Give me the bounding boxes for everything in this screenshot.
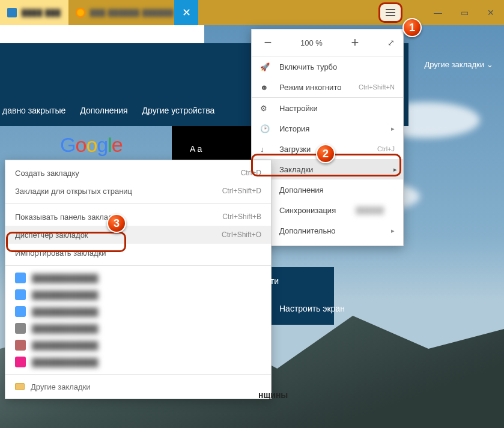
tab-favicon [7,8,17,17]
label: История [279,124,309,133]
text-fragment: ости [261,276,279,286]
menu-item-more[interactable]: ⋯ Дополнительно ▸ [252,220,403,241]
callout-badge-2: 2 [316,144,335,163]
clock-icon: 🕑 [260,124,273,133]
bookmark-favicon [15,357,26,367]
tab-close-button[interactable]: ✕ [174,0,198,25]
tab-title: ████ ███ [22,9,61,16]
bookmark-title: ████████████ [32,341,99,350]
label: Включить турбо [279,62,337,71]
close-icon: ✕ [182,6,191,19]
label: Другие закладки [31,382,91,391]
zoom-in-button[interactable]: + [347,35,363,50]
bookmark-title: ████████████ [32,291,99,300]
browser-tab[interactable]: ███ ██████ ██████ [68,0,181,25]
label: Импортировать закладки [15,249,106,258]
browser-tab[interactable]: ████ ███ [0,0,68,25]
bookmark-favicon [15,273,26,283]
chevron-right-icon: ▸ [391,227,395,235]
menu-button[interactable] [378,2,402,23]
nav-other-devices[interactable]: Другие устройства [142,106,215,115]
bookmark-item[interactable]: ████████████ [5,303,271,320]
menu-item-addons[interactable]: ▦ Дополнения [252,179,403,200]
address-bar[interactable] [0,25,204,43]
chevron-right-icon: ▸ [391,125,395,133]
bookmark-favicon [15,340,26,351]
shortcut: Ctrl+Shift+D [222,187,261,195]
shortcut: Ctrl+Shift+O [222,231,261,239]
label: Синхронизация [279,206,336,215]
folder-icon [15,383,25,390]
text-fragment: нщины [258,390,288,400]
submenu-item-import-bookmarks[interactable]: Импортировать закладки [5,244,271,262]
hamburger-icon [386,9,395,16]
bookmark-title: ████████████ [32,307,99,316]
chevron-down-icon: ⌄ [487,60,493,69]
menu-item-settings[interactable]: ⚙ Настройки [252,98,403,118]
label: Закладки [279,165,313,174]
menu-item-history[interactable]: 🕑 История ▸ [252,118,403,139]
submenu-item-other-bookmarks-folder[interactable]: Другие закладки [5,378,271,395]
submenu-item-bookmark-manager[interactable]: Диспетчер закладок Ctrl+Shift+O [5,226,271,244]
submenu-item-bookmark-open-pages[interactable]: Закладки для открытых страниц Ctrl+Shift… [5,182,271,200]
separator [5,265,271,266]
sliders-icon: ⚙ [260,104,273,113]
separator [5,203,271,204]
zoom-controls: − 100 % + ⤢ [252,29,403,56]
mask-icon: ☻ [260,83,273,92]
tab-favicon [76,8,85,17]
bookmark-item[interactable]: ████████████ [5,270,271,286]
label: Создать закладку [15,169,79,178]
close-window-button[interactable]: ✕ [478,0,504,25]
callout-badge-3: 3 [107,214,126,233]
submenu-item-create-bookmark[interactable]: Создать закладку Ctrl+D [5,164,271,182]
shortcut: Ctrl+Shift+N [359,83,395,91]
configure-screen-link[interactable]: Настроить экран [279,304,345,313]
zoom-out-button[interactable]: − [260,35,276,50]
minimize-button[interactable]: — [425,0,451,25]
label: Дополнения [279,185,324,194]
shortcut: Ctrl+D [241,169,261,177]
label: Настройки [279,104,318,113]
label: Закладки для открытых страниц [15,187,132,196]
separator [5,374,271,375]
label: Дополнительно [279,226,336,235]
tab-title: ███ ██████ ██████ [90,9,174,16]
maximize-button[interactable]: ▭ [451,0,478,25]
bookmark-item[interactable]: ████████████ [5,320,271,337]
rocket-icon: 🚀 [260,62,273,71]
bookmarks-list: ████████████████████████████████████████… [5,270,271,370]
submenu-item-show-panel[interactable]: Показывать панель закладок Ctrl+Shift+B [5,208,271,226]
menu-item-sync[interactable]: ⟳ Синхронизация ██████ [252,200,403,220]
bookmark-title: ████████████ [32,324,99,333]
label: Другие закладки [424,60,484,69]
main-menu: − 100 % + ⤢ 🚀 Включить турбо ☻ Режим инк… [251,29,404,246]
shortcut: Ctrl+J [377,145,395,152]
bookmark-favicon [15,323,26,334]
download-icon: ↓ [260,145,273,154]
other-bookmarks-dropdown[interactable]: Другие закладки ⌄ [424,60,493,69]
label: Загрузки [279,145,311,154]
fullscreen-button[interactable]: ⤢ [387,38,395,47]
bookmark-item[interactable]: ████████████ [5,286,271,303]
label: Показывать панель закладок [15,212,121,222]
bookmark-title: ████████████ [32,358,99,367]
zoom-value: 100 % [300,38,323,47]
shortcut: Ctrl+Shift+B [222,212,261,221]
menu-item-incognito[interactable]: ☻ Режим инкогнито Ctrl+Shift+N [252,77,403,97]
nav-addons[interactable]: Дополнения [80,106,127,115]
callout-badge-1: 1 [402,18,422,37]
bookmark-title: ████████████ [32,274,99,283]
sync-user: ██████ [356,206,384,214]
bookmarks-submenu: Создать закладку Ctrl+D Закладки для отк… [5,160,272,399]
bookmark-item[interactable]: ████████████ [5,337,271,354]
chevron-right-icon: ▸ [393,166,397,173]
label: Режим инкогнито [279,83,341,92]
bookmark-item[interactable]: ████████████ [5,354,271,370]
bookmark-favicon [15,306,26,317]
google-logo: Google [60,133,123,157]
bookmark-favicon [15,289,26,300]
label: Диспетчер закладок [15,231,88,240]
menu-item-turbo[interactable]: 🚀 Включить турбо [252,56,403,77]
nav-recently-closed[interactable]: давно закрытые [2,106,65,115]
